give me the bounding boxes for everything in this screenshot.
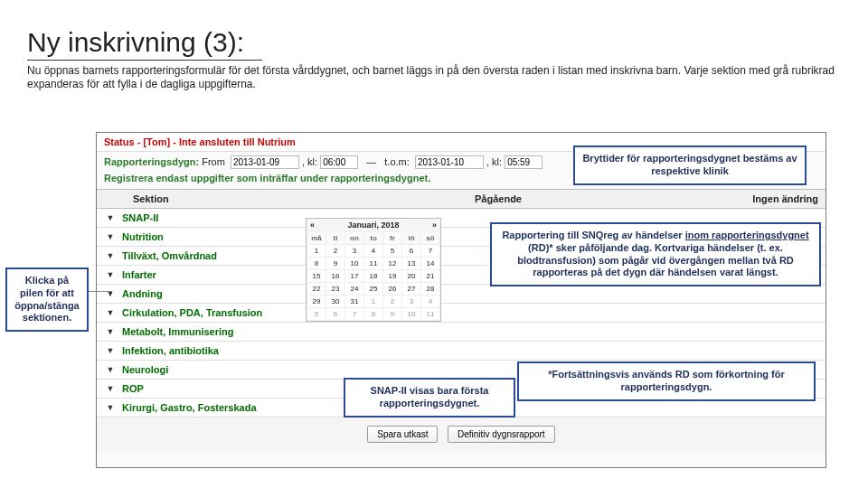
calendar-day[interactable]: 28 — [421, 283, 440, 296]
calendar-day[interactable]: 16 — [326, 270, 345, 283]
calendar-day[interactable]: 5 — [307, 308, 326, 321]
calendar-day[interactable]: 7 — [345, 308, 364, 321]
to-date-input[interactable] — [415, 155, 484, 169]
chevron-down-icon[interactable]: ▼ — [97, 286, 118, 302]
calendar-day[interactable]: 10 — [402, 308, 421, 321]
calendar-day[interactable]: 20 — [402, 270, 421, 283]
section-label: Infarter — [118, 266, 160, 284]
calendar-day[interactable]: 25 — [364, 283, 383, 296]
chevron-down-icon[interactable]: ▼ — [97, 343, 118, 359]
page-title: Ny inskrivning (3): — [27, 27, 841, 58]
section-label: Neurologi — [118, 361, 172, 379]
calendar-day[interactable]: 4 — [364, 245, 383, 258]
pointer-line — [89, 291, 112, 292]
calendar-day[interactable]: 31 — [345, 296, 364, 308]
chevron-down-icon[interactable]: ▼ — [97, 305, 118, 321]
calendar-day[interactable]: 3 — [345, 245, 364, 258]
calendar-day[interactable]: 26 — [383, 283, 402, 296]
chevron-down-icon[interactable]: ▼ — [97, 361, 118, 378]
calendar-day[interactable]: 1 — [307, 245, 326, 258]
calendar-day[interactable]: 8 — [307, 258, 326, 270]
section-label: Kirurgi, Gastro, Fosterskada — [118, 399, 260, 417]
section-label: Tillväxt, Omvårdnad — [118, 247, 221, 265]
chevron-down-icon[interactable]: ▼ — [97, 324, 118, 340]
calendar-day[interactable]: 1 — [364, 296, 383, 308]
section-row[interactable]: ▼Andning — [97, 285, 826, 304]
section-row[interactable]: ▼Infektion, antibiotika — [97, 342, 826, 361]
callout-snap: SNAP-II visas bara första rapporteringsd… — [344, 378, 515, 418]
cal-prev-icon[interactable]: « — [310, 221, 315, 230]
chevron-down-icon[interactable]: ▼ — [97, 380, 118, 397]
callout-arrow-sections: Klicka på pilen för att öppna/stänga sek… — [5, 267, 89, 332]
calendar-day[interactable]: 3 — [402, 296, 421, 308]
section-label: Metabolt, Immunisering — [118, 323, 237, 341]
calendar-popup[interactable]: « Januari, 2018 » måtiontofrlösö12345678… — [306, 218, 441, 322]
calendar-day[interactable]: 13 — [402, 258, 421, 270]
chevron-down-icon[interactable]: ▼ — [97, 399, 118, 416]
calendar-day[interactable]: 30 — [326, 296, 345, 308]
section-label: Andning — [118, 285, 166, 303]
calendar-day[interactable]: 6 — [402, 245, 421, 258]
calendar-day[interactable]: 22 — [307, 283, 326, 296]
calendar-day[interactable]: 18 — [364, 270, 383, 283]
calendar-day[interactable]: 19 — [383, 270, 402, 283]
cal-next-icon[interactable]: » — [432, 221, 437, 230]
calendar-day[interactable]: 9 — [383, 308, 402, 321]
calendar-day[interactable]: 29 — [307, 296, 326, 308]
final-report-button[interactable]: Definitiv dygnsrapport — [448, 426, 555, 443]
footer-button-row: Spara utkast Definitiv dygnsrapport — [97, 418, 826, 452]
calendar-day[interactable]: 23 — [326, 283, 345, 296]
calendar-day[interactable]: 11 — [364, 258, 383, 270]
chevron-down-icon[interactable]: ▼ — [97, 267, 118, 283]
section-header-row: Sektion Pågående Ingen ändring — [97, 189, 826, 209]
calendar-day[interactable]: 27 — [402, 283, 421, 296]
calendar-day[interactable]: 10 — [345, 258, 364, 270]
callout-rd-rules: Rapportering till SNQreg av händelser in… — [490, 222, 821, 286]
calendar-day[interactable]: 11 — [421, 308, 440, 321]
from-date-input[interactable] — [231, 155, 299, 169]
calendar-day[interactable]: 17 — [345, 270, 364, 283]
calendar-day[interactable]: 7 — [421, 245, 440, 258]
calendar-day[interactable]: 24 — [345, 283, 364, 296]
to-time-input[interactable] — [505, 155, 542, 169]
section-label: Nutrition — [118, 228, 167, 246]
section-row[interactable]: ▼Cirkulation, PDA, Transfusion — [97, 304, 826, 323]
callout-breaktimes: Bryttider för rapporteringsdygnet bestäm… — [573, 145, 807, 185]
intro-text: Nu öppnas barnets rapporteringsformulär … — [27, 64, 841, 91]
callout-rd-footnote: *Fortsättningsvis används RD som förkort… — [517, 361, 816, 401]
section-label: Infektion, antibiotika — [118, 342, 222, 360]
calendar-day[interactable]: 15 — [307, 270, 326, 283]
pointer-line — [439, 398, 440, 399]
section-label: ROP — [118, 380, 147, 398]
section-label: Cirkulation, PDA, Transfusion — [118, 304, 266, 322]
section-label: SNAP-II — [118, 209, 162, 227]
calendar-day[interactable]: 8 — [364, 308, 383, 321]
save-draft-button[interactable]: Spara utkast — [367, 426, 438, 443]
cal-title: Januari, 2018 — [347, 221, 399, 230]
calendar-day[interactable]: 4 — [421, 296, 440, 308]
title-underline — [27, 60, 262, 61]
calendar-day[interactable]: 2 — [326, 245, 345, 258]
chevron-down-icon[interactable]: ▼ — [97, 248, 118, 264]
calendar-day[interactable]: 2 — [383, 296, 402, 308]
calendar-day[interactable]: 6 — [326, 308, 345, 321]
chevron-down-icon[interactable]: ▼ — [97, 229, 118, 245]
calendar-day[interactable]: 14 — [421, 258, 440, 270]
from-time-input[interactable] — [320, 155, 358, 169]
calendar-day[interactable]: 21 — [421, 270, 440, 283]
chevron-down-icon[interactable]: ▼ — [97, 210, 118, 226]
section-row[interactable]: ▼Metabolt, Immunisering — [97, 323, 826, 342]
calendar-day[interactable]: 12 — [383, 258, 402, 270]
calendar-day[interactable]: 5 — [383, 245, 402, 258]
calendar-day[interactable]: 9 — [326, 258, 345, 270]
